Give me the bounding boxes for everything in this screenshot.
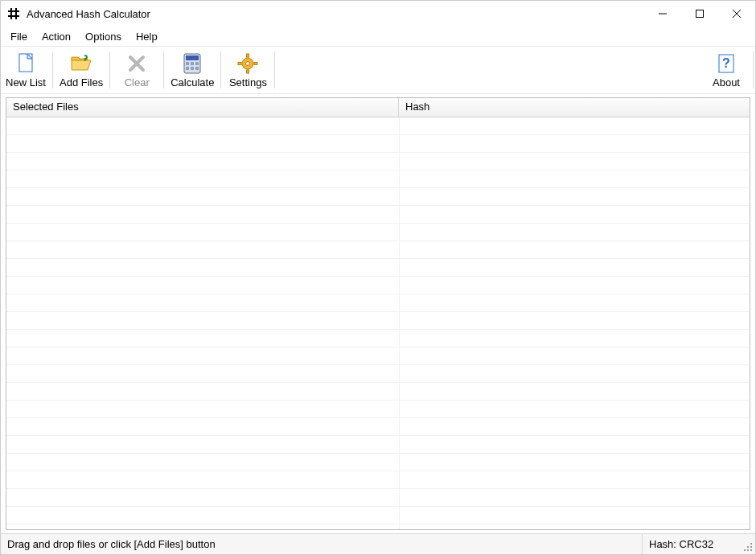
table-row [6, 418, 750, 436]
table-row [6, 153, 750, 171]
table-row [6, 436, 750, 454]
svg-point-22 [246, 61, 250, 65]
table-row [6, 401, 750, 418]
svg-rect-25 [238, 62, 241, 64]
toolbar-separator [274, 51, 275, 88]
table-row [6, 347, 750, 365]
toolbar-separator [753, 51, 754, 88]
column-divider[interactable] [399, 117, 400, 529]
window-controls [644, 1, 755, 27]
calculate-label: Calculate [171, 76, 214, 88]
clear-button[interactable]: Clear [112, 48, 162, 92]
new-list-label: New List [6, 76, 46, 88]
table-row [6, 383, 750, 401]
close-button[interactable] [718, 1, 755, 27]
about-button[interactable]: ? About [701, 48, 751, 92]
add-files-button[interactable]: Add Files [55, 48, 108, 92]
table-row [6, 241, 750, 259]
table-row [6, 365, 750, 383]
status-hint: Drag and drop files or click [Add Files]… [1, 534, 643, 554]
status-hash-mode: Hash: CRC32 [643, 534, 739, 554]
titlebar: Advanced Hash Calculator [1, 1, 755, 27]
statusbar: Drag and drop files or click [Add Files]… [1, 533, 755, 554]
table-body[interactable] [6, 117, 750, 529]
svg-rect-31 [750, 546, 752, 548]
svg-rect-29 [750, 543, 752, 545]
menu-options[interactable]: Options [79, 29, 128, 44]
table-row [6, 206, 750, 224]
about-label: About [713, 76, 740, 88]
calculate-button[interactable]: Calculate [166, 48, 219, 92]
new-list-button[interactable]: New List [1, 48, 51, 92]
minimize-button[interactable] [644, 1, 681, 27]
svg-rect-24 [247, 70, 249, 73]
folder-open-icon [70, 52, 92, 75]
calculator-icon [181, 52, 203, 75]
svg-rect-30 [747, 546, 749, 548]
app-icon [7, 7, 20, 20]
svg-rect-15 [186, 62, 189, 65]
toolbar-separator [109, 51, 110, 88]
table-row [6, 135, 750, 153]
toolbar: New List Add Files Clear [1, 46, 755, 94]
table-row [6, 294, 750, 312]
table-row [6, 471, 750, 489]
svg-rect-5 [696, 10, 704, 18]
toolbar-separator [52, 51, 53, 88]
table-row [6, 224, 750, 241]
menu-action[interactable]: Action [35, 29, 77, 44]
table-row [6, 188, 750, 206]
table-row [6, 312, 750, 330]
add-files-label: Add Files [60, 76, 103, 88]
table-row [6, 330, 750, 347]
settings-button[interactable]: Settings [223, 48, 273, 92]
toolbar-spacer [277, 48, 701, 92]
column-header-selected-files[interactable]: Selected Files [6, 98, 399, 117]
svg-rect-16 [191, 62, 194, 65]
help-question-icon: ? [715, 52, 738, 75]
table-row [6, 117, 750, 135]
svg-rect-14 [186, 56, 199, 60]
new-list-icon [14, 52, 37, 75]
menu-file[interactable]: File [4, 29, 34, 44]
svg-rect-23 [247, 54, 249, 57]
svg-rect-26 [254, 62, 257, 64]
table-row [6, 489, 750, 507]
clear-label: Clear [125, 76, 150, 88]
table-row [6, 507, 750, 524]
svg-rect-19 [191, 67, 194, 70]
table-row [6, 454, 750, 471]
toolbar-separator [163, 51, 164, 88]
resize-grip[interactable] [739, 534, 755, 554]
gear-icon [236, 52, 259, 75]
clear-x-icon [125, 52, 148, 75]
maximize-button[interactable] [681, 1, 718, 27]
svg-rect-18 [186, 67, 189, 70]
svg-rect-17 [195, 62, 199, 65]
svg-rect-20 [195, 67, 199, 70]
table-row [6, 171, 750, 188]
svg-rect-34 [750, 549, 752, 551]
toolbar-separator [220, 51, 221, 88]
column-header-hash[interactable]: Hash [399, 98, 750, 117]
table-row [6, 277, 750, 294]
svg-rect-33 [747, 549, 749, 551]
menubar: File Action Options Help [1, 27, 755, 46]
svg-rect-32 [744, 549, 746, 551]
svg-text:?: ? [722, 56, 730, 70]
menu-help[interactable]: Help [129, 29, 164, 44]
table-header: Selected Files Hash [6, 98, 750, 117]
settings-label: Settings [229, 76, 267, 88]
file-table: Selected Files Hash [6, 97, 750, 530]
table-row [6, 259, 750, 277]
window-title: Advanced Hash Calculator [27, 8, 644, 20]
